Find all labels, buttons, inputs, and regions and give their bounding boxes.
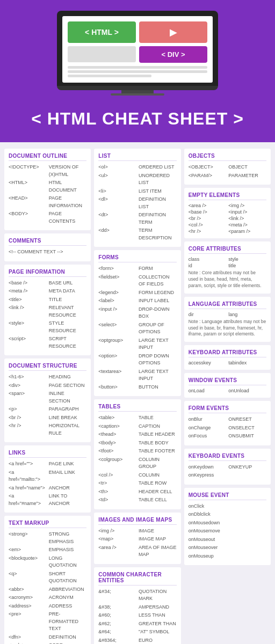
objects-card: OBJECTS <OBJECT>OBJECT <PARAM/>PARAMETER — [184, 149, 271, 185]
window-events-card: WINDOW EVENTS onLoadonUnload — [184, 373, 271, 398]
forms-card: FORMS <form>FORM <fieldset>COLLECTION OF… — [94, 250, 180, 396]
div-label: < DIV > — [139, 46, 207, 63]
html-label: < HTML > — [68, 21, 136, 43]
empty-elements-card: EMPTY ELEMENTS <area /><img /> <base /><… — [184, 188, 271, 238]
mouse-event-card: MOUSE EVENT onClick onDblclick onMousedo… — [184, 488, 271, 566]
keyboard-attributes-card: KEYBOARD ATTRIBUTES accesskeytabindex — [184, 345, 271, 370]
form-events-card: FORM EVENTS onBluronReset onChangeonSele… — [184, 401, 271, 445]
keyboard-events-card: KEYBOARD EVENTS onKeydownonKeyup onKeypr… — [184, 449, 271, 485]
images-card: IMAGES AND IMAGE MAPS <img />IMAGE <map>… — [94, 513, 180, 564]
page-title: < HTML CHEAT SHEET > — [20, 101, 255, 137]
links-card: LINKS <a href="">PAGE LINK <a href="mail… — [4, 445, 91, 513]
text-markup-card: TEXT MARKUP <strong>STRONG EMPHASIS <em>… — [4, 516, 91, 644]
content-area: DOCUMENT OUTLINE <!DOCTYPE>VERSION OF (X… — [0, 142, 275, 644]
hero-section: < HTML > < DIV > < HTML CHEAT SHEET > — [0, 0, 275, 142]
document-structure-card: DOCUMENT STRUCTURE <h1-6>HEADING <div>PA… — [4, 358, 91, 442]
column-1: DOCUMENT OUTLINE <!DOCTYPE>VERSION OF (X… — [4, 149, 91, 644]
document-outline-card: DOCUMENT OUTLINE <!DOCTYPE>VERSION OF (X… — [4, 149, 91, 230]
core-attributes-card: CORE ATTRIBUTES classstyle idtitle Note … — [184, 241, 271, 294]
page-information-card: PAGE INFORMATION <base />BASE URL <meta … — [4, 265, 91, 356]
language-attributes-card: LANGUAGE ATTRIBUTES dirlang Note : Langu… — [184, 297, 271, 342]
laptop-illustration: < HTML > < DIV > — [57, 11, 218, 96]
play-icon — [139, 21, 207, 43]
column-2: LIST <ol>ORDERED LIST <ul>UNORDERED LIST… — [94, 149, 180, 644]
title-text: < HTML CHEAT SHEET > — [31, 109, 244, 128]
comments-card: COMMENTS <!-- COMMENT TEXT --> — [4, 233, 91, 261]
tables-card: TABLES <table>TABLE <caption>CAPTION <th… — [94, 399, 180, 509]
character-entities-card: COMMON CHARACTER ENTITIES &#34;QUOTATION… — [94, 567, 180, 645]
column-3: OBJECTS <OBJECT>OBJECT <PARAM/>PARAMETER… — [184, 149, 271, 565]
list-card: LIST <ol>ORDERED LIST <ul>UNORDERED LIST… — [94, 149, 180, 247]
